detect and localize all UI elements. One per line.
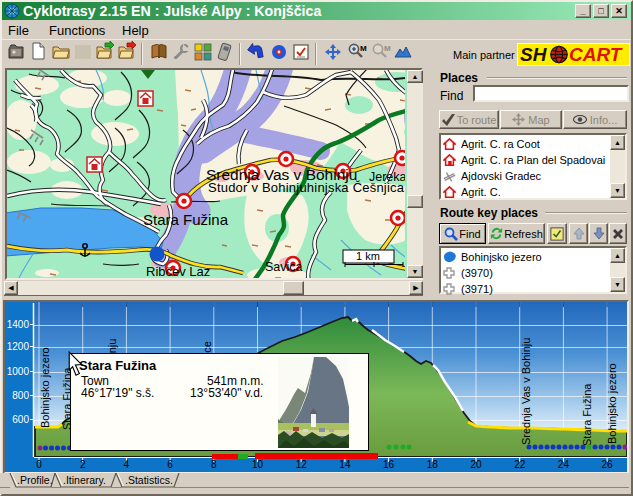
svg-text:1200: 1200 (7, 341, 30, 352)
svg-text:M: M (360, 44, 367, 53)
svg-text:SH: SH (520, 44, 548, 65)
svg-text:1400: 1400 (7, 319, 30, 330)
svg-text:8: 8 (211, 459, 217, 470)
svg-text:M: M (384, 44, 391, 53)
svg-text:Bohinjsko jezero: Bohinjsko jezero (39, 347, 51, 428)
svg-text:Ribčev Laz: Ribčev Laz (146, 264, 210, 278)
svg-text:20: 20 (470, 459, 482, 470)
svg-text:Stara Fužina: Stara Fužina (143, 211, 229, 228)
svg-text:4: 4 (124, 459, 130, 470)
svg-text:0: 0 (36, 459, 42, 470)
svg-text:24: 24 (558, 459, 570, 470)
svg-text:.Statistics.: .Statistics. (125, 474, 173, 486)
svg-text:1000: 1000 (7, 366, 30, 377)
svg-text:600: 600 (12, 414, 29, 425)
svg-text:Bohinjsko jezero: Bohinjsko jezero (606, 363, 618, 444)
svg-text:.Profile.: .Profile. (17, 474, 53, 486)
svg-text:CART: CART (569, 44, 623, 65)
svg-text:10: 10 (252, 459, 264, 470)
svg-text:1 km: 1 km (356, 250, 380, 262)
svg-text:Studor v Bohinjuhinjska Češnji: Studor v Bohinjuhinjska Češnjica (208, 180, 405, 195)
svg-text:18: 18 (427, 459, 439, 470)
svg-text:800: 800 (12, 390, 29, 401)
svg-text:Srednja Vas v Bohinju: Srednja Vas v Bohinju (520, 338, 532, 445)
svg-text:14: 14 (339, 459, 351, 470)
svg-text:2: 2 (80, 459, 86, 470)
svg-text:26: 26 (602, 459, 614, 470)
svg-text:Stara Fužina: Stara Fužina (581, 383, 593, 446)
svg-text:6: 6 (167, 459, 173, 470)
svg-text:16: 16 (383, 459, 395, 470)
svg-text:Savica: Savica (265, 260, 303, 274)
svg-text:.Itinerary.: .Itinerary. (63, 474, 106, 486)
svg-text:22: 22 (514, 459, 526, 470)
svg-text:12: 12 (296, 459, 308, 470)
